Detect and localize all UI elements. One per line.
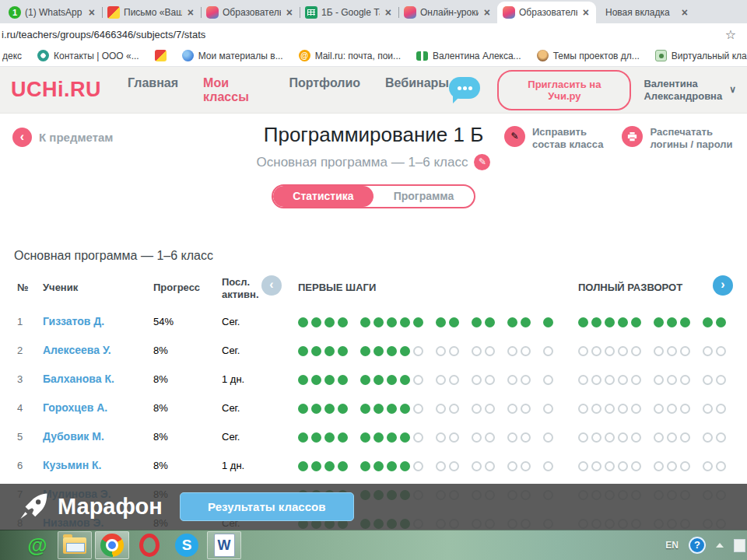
lesson-dot[interactable] bbox=[507, 346, 517, 356]
lesson-dot[interactable] bbox=[436, 461, 446, 471]
class-results-button[interactable]: Результаты классов bbox=[180, 492, 354, 521]
lesson-dot[interactable] bbox=[374, 317, 384, 327]
lesson-dot[interactable] bbox=[605, 375, 615, 385]
tray-expand-icon[interactable] bbox=[716, 543, 724, 548]
lesson-dot[interactable] bbox=[400, 432, 410, 443]
lesson-dot[interactable] bbox=[449, 432, 459, 443]
word-taskbar-button[interactable] bbox=[207, 531, 241, 559]
lesson-dot[interactable] bbox=[324, 404, 335, 414]
lesson-dot[interactable] bbox=[654, 317, 664, 327]
lesson-dot[interactable] bbox=[521, 317, 531, 327]
lesson-dot[interactable] bbox=[716, 346, 726, 356]
lesson-dot[interactable] bbox=[680, 375, 690, 385]
tab-close-icon[interactable]: × bbox=[285, 6, 294, 19]
lesson-dot[interactable] bbox=[298, 375, 308, 385]
lesson-dot[interactable] bbox=[716, 375, 726, 385]
lesson-dot[interactable] bbox=[578, 461, 588, 471]
student-name-link[interactable]: Балханова К. bbox=[43, 365, 114, 394]
lesson-dot[interactable] bbox=[578, 346, 588, 356]
lesson-dot[interactable] bbox=[298, 404, 308, 414]
student-name-link[interactable]: Дубовик М. bbox=[43, 422, 104, 451]
lesson-dot[interactable] bbox=[521, 375, 531, 385]
lesson-dot[interactable] bbox=[413, 375, 423, 385]
lesson-dot[interactable] bbox=[631, 404, 641, 414]
lesson-dot[interactable] bbox=[360, 432, 370, 443]
lesson-dot[interactable] bbox=[374, 404, 384, 414]
browser-tab[interactable]: Образовательн× bbox=[201, 2, 300, 23]
lesson-dot[interactable] bbox=[507, 404, 517, 414]
lesson-dot[interactable] bbox=[605, 461, 615, 471]
language-indicator[interactable]: EN bbox=[665, 540, 679, 551]
lesson-dot[interactable] bbox=[338, 317, 348, 327]
lesson-dot[interactable] bbox=[521, 404, 531, 414]
lesson-dot[interactable] bbox=[667, 375, 677, 385]
lesson-dot[interactable] bbox=[667, 461, 677, 471]
lesson-dot[interactable] bbox=[543, 404, 553, 414]
explorer-taskbar-button[interactable] bbox=[58, 531, 92, 559]
student-name-link[interactable]: Кузьмин К. bbox=[43, 451, 101, 480]
browser-tab[interactable]: Новая вкладка× bbox=[596, 2, 695, 23]
lesson-dot[interactable] bbox=[360, 346, 370, 356]
lesson-dot[interactable] bbox=[667, 317, 677, 327]
lesson-dot[interactable] bbox=[631, 461, 641, 471]
lesson-dot[interactable] bbox=[654, 346, 664, 356]
lesson-dot[interactable] bbox=[413, 404, 423, 414]
lesson-dot[interactable] bbox=[311, 432, 321, 443]
lesson-dot[interactable] bbox=[311, 317, 321, 327]
lesson-dot[interactable] bbox=[472, 461, 482, 471]
lesson-dot[interactable] bbox=[387, 404, 397, 414]
lesson-dot[interactable] bbox=[654, 432, 664, 443]
bookmark-item[interactable]: Mail.ru: почта, пои... bbox=[299, 50, 401, 61]
lesson-dot[interactable] bbox=[631, 375, 641, 385]
opera-taskbar-button[interactable] bbox=[132, 531, 167, 559]
skype-taskbar-button[interactable] bbox=[170, 531, 204, 559]
bookmark-item[interactable]: Темы проектов дл... bbox=[537, 50, 640, 61]
lesson-dot[interactable] bbox=[472, 375, 482, 385]
lesson-dot[interactable] bbox=[591, 317, 601, 327]
lesson-dot[interactable] bbox=[449, 375, 459, 385]
bookmark-item[interactable]: Контакты | ООО «... bbox=[37, 50, 139, 61]
lesson-dot[interactable] bbox=[449, 317, 459, 327]
lesson-dot[interactable] bbox=[654, 461, 664, 471]
lesson-dot[interactable] bbox=[485, 432, 495, 443]
lesson-dot[interactable] bbox=[311, 346, 321, 356]
lesson-dot[interactable] bbox=[436, 404, 446, 414]
lesson-dot[interactable] bbox=[311, 461, 321, 471]
nav-item[interactable]: Портфолио bbox=[289, 76, 360, 104]
lesson-dot[interactable] bbox=[631, 317, 641, 327]
lesson-dot[interactable] bbox=[703, 432, 713, 443]
bookmark-item[interactable]: Мои материалы в... bbox=[182, 50, 283, 61]
student-name-link[interactable]: Гиззатов Д. bbox=[43, 307, 104, 336]
lesson-dot[interactable] bbox=[703, 346, 713, 356]
lesson-dot[interactable] bbox=[338, 461, 348, 471]
tab-program[interactable]: Программа bbox=[374, 186, 474, 207]
lesson-dot[interactable] bbox=[400, 461, 410, 471]
lesson-dot[interactable] bbox=[360, 461, 370, 471]
lesson-dot[interactable] bbox=[618, 375, 628, 385]
lesson-dot[interactable] bbox=[591, 461, 601, 471]
lesson-dot[interactable] bbox=[521, 346, 531, 356]
bookmark-item[interactable] bbox=[155, 50, 167, 61]
lesson-dot[interactable] bbox=[436, 375, 446, 385]
lesson-dot[interactable] bbox=[680, 346, 690, 356]
lesson-dot[interactable] bbox=[360, 404, 370, 414]
browser-tab[interactable]: 1Б - Google Та× bbox=[300, 2, 398, 23]
tab-close-icon[interactable]: × bbox=[581, 6, 591, 19]
print-logins-button[interactable]: Распечататьлогины / пароли bbox=[622, 126, 732, 152]
lesson-dot[interactable] bbox=[507, 375, 517, 385]
chat-bubble-icon[interactable] bbox=[449, 77, 480, 99]
lesson-dot[interactable] bbox=[413, 317, 423, 327]
lesson-dot[interactable] bbox=[436, 317, 446, 327]
lesson-dot[interactable] bbox=[578, 404, 588, 414]
lesson-dot[interactable] bbox=[324, 346, 335, 356]
lesson-dot[interactable] bbox=[298, 461, 308, 471]
lesson-dot[interactable] bbox=[338, 346, 348, 356]
lesson-dot[interactable] bbox=[338, 432, 348, 443]
lesson-dot[interactable] bbox=[485, 375, 495, 385]
lesson-dot[interactable] bbox=[716, 432, 726, 443]
bookmark-item[interactable]: Валентина Алекса... bbox=[416, 51, 521, 61]
lesson-dot[interactable] bbox=[654, 404, 664, 414]
student-name-link[interactable]: Горохцев А. bbox=[43, 394, 107, 422]
lesson-dot[interactable] bbox=[485, 404, 495, 414]
lesson-dot[interactable] bbox=[578, 375, 588, 385]
